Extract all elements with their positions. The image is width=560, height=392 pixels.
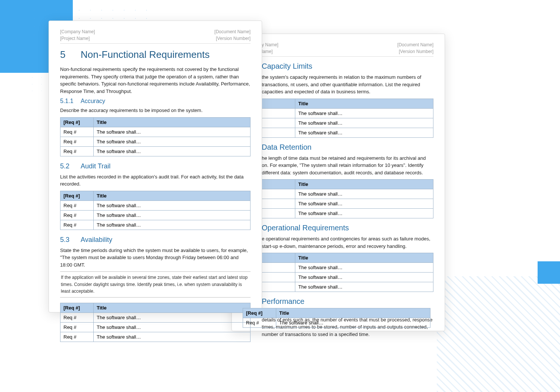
heading-audit-trail: 5.2Audit Trail xyxy=(60,162,251,170)
req-table-capacity: Title The software shall… The software s… xyxy=(262,99,433,138)
document-page-1: [Company Name] [Project Name] [Document … xyxy=(49,21,262,312)
section-number: 5.1.1 xyxy=(60,98,81,105)
req-table-performance-fragment: [Req #]Title Req #The software shall… xyxy=(243,307,430,330)
decorative-square-right xyxy=(538,261,560,284)
heading-accuracy: 5.1.1Accuracy xyxy=(60,98,251,105)
stage: . . . . . . . . . . . . . . . . . . . . … xyxy=(0,0,560,392)
td-title: The software shall… xyxy=(94,312,251,322)
td-req: Req # xyxy=(60,220,94,230)
intro-paragraph: Non-functional requirements specify the … xyxy=(60,66,251,95)
th-title: Title xyxy=(295,99,433,108)
th-req: [Req #] xyxy=(60,117,94,127)
section-title: Audit Trail xyxy=(81,162,111,170)
heading-data-retention: Data Retention xyxy=(262,143,433,152)
td-req xyxy=(262,128,295,137)
td-title: The software shall… xyxy=(295,128,433,137)
td-req xyxy=(262,263,295,273)
header-version: [Version Number] xyxy=(214,36,251,41)
td-title: The software shall… xyxy=(94,210,251,220)
req-table-operational: Title The software shall… The software s… xyxy=(262,253,433,292)
page2-header: y Name] lame] [Document Name] [Version N… xyxy=(262,42,433,57)
td-title: The software shall… xyxy=(94,146,251,156)
heading-operational: Operational Requirements xyxy=(262,224,433,232)
td-title: The software shall… xyxy=(94,220,251,230)
body-operational: e operational requirements and contingen… xyxy=(262,235,433,250)
td-title: The software shall… xyxy=(295,189,433,199)
section-title: Availability xyxy=(81,236,112,243)
header-document: [Document Name] xyxy=(214,29,251,34)
req-table-retention: Title The software shall… The software s… xyxy=(262,179,433,218)
td-req: Req # xyxy=(60,137,94,146)
td-title: The software shall… xyxy=(295,108,433,118)
td-req xyxy=(262,282,295,292)
td-req: Req # xyxy=(60,210,94,220)
td-req xyxy=(262,118,295,128)
th-title: Title xyxy=(94,117,251,127)
body-retention: he length of time data must be retained … xyxy=(262,155,433,177)
td-title: The software shall… xyxy=(276,318,430,328)
td-title: The software shall… xyxy=(94,332,251,342)
td-req: Req # xyxy=(60,332,94,342)
td-req: Req # xyxy=(60,127,94,137)
th-req xyxy=(262,253,295,263)
header-company-partial: y Name] xyxy=(262,42,279,47)
body-capacity: the system's capacity requirements in re… xyxy=(262,74,433,96)
header-version: [Version Number] xyxy=(397,49,433,54)
th-title: Title xyxy=(295,253,433,263)
td-req: Req # xyxy=(60,312,94,322)
th-title: Title xyxy=(94,303,251,312)
heading-performance: Performance xyxy=(262,297,433,306)
header-company: [Company Name] xyxy=(60,29,95,34)
header-document: [Document Name] xyxy=(397,42,433,47)
td-title: The software shall… xyxy=(94,127,251,137)
td-title: The software shall… xyxy=(94,322,251,332)
section-title: Non-Functional Requirements xyxy=(81,49,209,60)
section-number: 5.3 xyxy=(60,236,81,244)
header-project: [Project Name] xyxy=(60,36,95,41)
heading-capacity-limits: Capacity Limits xyxy=(262,62,433,71)
th-req: [Req #] xyxy=(243,308,276,318)
td-req: Req # xyxy=(60,146,94,156)
td-title: The software shall… xyxy=(94,200,251,210)
body-availability: State the time periods during which the … xyxy=(60,247,251,269)
req-table-accuracy: [Req #]Title Req #The software shall… Re… xyxy=(60,117,251,156)
heading-availability: 5.3Availability xyxy=(60,236,251,244)
th-req: [Req #] xyxy=(60,191,94,200)
td-req xyxy=(262,108,295,118)
td-req xyxy=(262,189,295,199)
body-accuracy: Describe the accuracy requirements to be… xyxy=(60,107,251,114)
td-req: Req # xyxy=(60,322,94,332)
header-project-partial: lame] xyxy=(262,49,279,54)
td-title: The software shall… xyxy=(295,273,433,282)
td-title: The software shall… xyxy=(295,199,433,209)
td-req: Req # xyxy=(60,200,94,210)
td-title: The software shall… xyxy=(94,137,251,146)
req-table-performance: [Req #]Title Req #The software shall… xyxy=(243,308,430,328)
heading-section-5: 5Non-Functional Requirements xyxy=(60,49,251,60)
td-title: The software shall… xyxy=(295,209,433,218)
td-title: The software shall… xyxy=(295,263,433,273)
section-title: Accuracy xyxy=(81,98,105,104)
section-number: 5.2 xyxy=(60,162,81,170)
req-table-availability: [Req #]Title Req #The software shall… Re… xyxy=(60,303,251,342)
document-page-2: y Name] lame] [Document Name] [Version N… xyxy=(231,34,445,331)
th-req: [Req #] xyxy=(60,303,94,312)
td-req xyxy=(262,199,295,209)
section-number: 5 xyxy=(60,49,81,60)
th-title: Title xyxy=(94,191,251,200)
td-title: The software shall… xyxy=(295,282,433,292)
note-availability: If the application will be available in … xyxy=(60,271,251,298)
page1-header: [Company Name] [Project Name] [Document … xyxy=(60,29,251,44)
td-req xyxy=(262,209,295,218)
body-audit: List the activities recorded in the appl… xyxy=(60,173,251,188)
decorative-hatch xyxy=(437,276,560,392)
th-req xyxy=(262,180,295,189)
req-table-audit: [Req #]Title Req #The software shall… Re… xyxy=(60,191,251,230)
td-title: The software shall… xyxy=(295,118,433,128)
th-req xyxy=(262,99,295,108)
td-req xyxy=(262,273,295,282)
td-req: Req # xyxy=(243,318,276,328)
th-title: Title xyxy=(276,308,430,318)
th-title: Title xyxy=(295,180,433,189)
